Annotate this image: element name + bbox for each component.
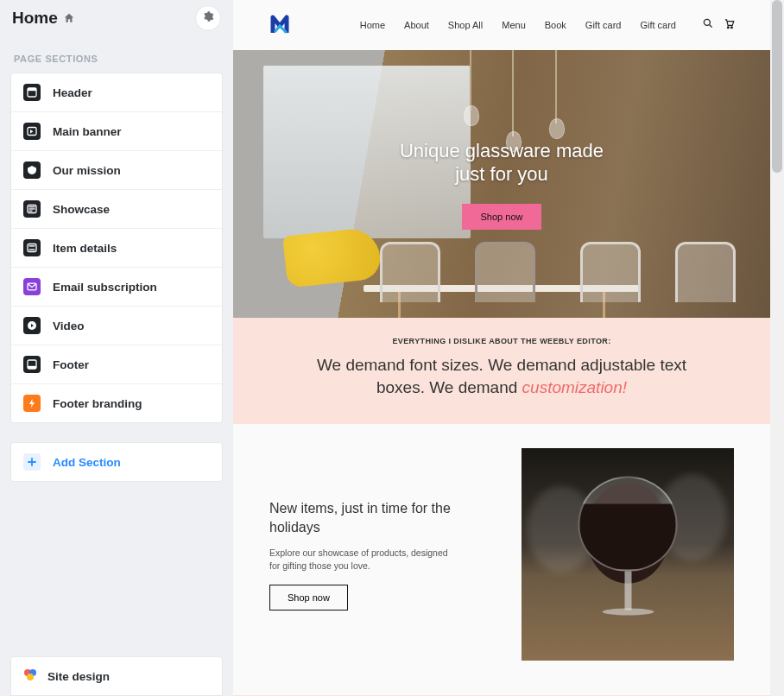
svg-point-16 xyxy=(27,674,34,680)
decor-shape xyxy=(675,242,736,302)
page-sections-heading: PAGE SECTIONS xyxy=(10,38,223,73)
showcase-section: New items, just in time for the holidays… xyxy=(233,424,770,695)
scrollbar-thumb[interactable] xyxy=(772,0,782,173)
svg-rect-6 xyxy=(29,211,33,212)
section-label: Showcase xyxy=(53,203,110,216)
section-label: Main banner xyxy=(53,125,122,138)
svg-point-19 xyxy=(730,27,732,28)
svg-rect-5 xyxy=(29,208,35,209)
search-icon[interactable] xyxy=(702,17,714,33)
showcase-title: New items, just in time for the holidays xyxy=(269,499,451,536)
hero-shop-now-button[interactable]: Shop now xyxy=(462,204,542,230)
section-label: Footer xyxy=(53,358,89,371)
section-item-footer[interactable]: Footer xyxy=(11,345,222,384)
add-section-button[interactable]: Add Section xyxy=(10,442,223,482)
section-item-our-mission[interactable]: Our mission xyxy=(11,151,222,190)
hero-title-line2: just for you xyxy=(455,163,548,185)
pendant-light-icon xyxy=(512,50,514,136)
section-label: Footer branding xyxy=(53,397,142,410)
section-label: Email subscription xyxy=(53,281,157,294)
gear-icon xyxy=(202,10,214,26)
showcase-text: New items, just in time for the holidays… xyxy=(269,499,490,611)
item-details-section-icon xyxy=(23,239,41,256)
nav-link-menu[interactable]: Menu xyxy=(502,20,526,30)
mission-section-icon xyxy=(23,161,41,179)
showcase-section-icon xyxy=(23,200,41,218)
svg-rect-4 xyxy=(29,206,35,207)
section-label: Video xyxy=(53,320,85,332)
wine-glass-icon xyxy=(579,477,678,616)
video-section-icon xyxy=(23,317,41,334)
hero-banner: Unique glassware made just for you Shop … xyxy=(233,50,770,318)
section-label: Header xyxy=(53,86,92,99)
nav-link-home[interactable]: Home xyxy=(360,20,385,30)
svg-rect-7 xyxy=(28,244,36,252)
showcase-image xyxy=(522,448,734,661)
sidebar-title-wrap: Home xyxy=(12,9,75,28)
editor-sidebar: Home PAGE SECTIONS Header Main banner xyxy=(0,0,233,696)
section-item-showcase[interactable]: Showcase xyxy=(11,190,222,229)
site-nav: Home About Shop All Menu Book Gift card … xyxy=(360,17,736,33)
pendant-light-icon xyxy=(555,50,557,123)
sidebar-header: Home xyxy=(10,5,223,38)
nav-link-book[interactable]: Book xyxy=(545,20,566,30)
site-header: Home About Shop All Menu Book Gift card … xyxy=(233,0,770,50)
hero-content: Unique glassware made just for you Shop … xyxy=(400,139,604,230)
mission-body: We demand font sizes. We demand adjustab… xyxy=(312,354,692,398)
mission-body-text: We demand font sizes. We demand adjustab… xyxy=(317,356,686,396)
nav-link-gift-card-2[interactable]: Gift card xyxy=(640,20,676,30)
footer-section-icon xyxy=(23,356,41,373)
section-item-header[interactable]: Header xyxy=(11,73,222,112)
site-canvas: Home About Shop All Menu Book Gift card … xyxy=(233,0,770,696)
mission-eyebrow: EVERYTHING I DISLIKE ABOUT THE WEEBLY ED… xyxy=(259,337,744,345)
svg-rect-9 xyxy=(29,249,35,250)
add-section-label: Add Section xyxy=(53,456,121,469)
sections-list: Header Main banner Our mission Showcase … xyxy=(10,73,223,423)
header-section-icon xyxy=(23,84,41,101)
hero-title-line1: Unique glassware made xyxy=(400,140,604,161)
main-banner-section-icon xyxy=(23,123,41,140)
nav-icons xyxy=(702,17,736,33)
showcase-shop-now-button[interactable]: Shop now xyxy=(269,585,348,611)
email-section-icon xyxy=(23,278,41,295)
section-item-main-banner[interactable]: Main banner xyxy=(11,112,222,151)
page-title: Home xyxy=(12,9,58,28)
nav-link-about[interactable]: About xyxy=(404,20,429,30)
footer-branding-section-icon xyxy=(23,395,41,412)
svg-rect-1 xyxy=(28,88,36,91)
section-item-footer-branding[interactable]: Footer branding xyxy=(11,384,222,422)
decor-shape xyxy=(580,242,641,302)
mission-body-emphasis: customization! xyxy=(522,378,627,396)
site-preview: Home About Shop All Menu Book Gift card … xyxy=(233,0,784,696)
plus-icon xyxy=(23,453,41,471)
hero-title: Unique glassware made just for you xyxy=(400,139,604,187)
svg-rect-13 xyxy=(28,366,36,369)
site-design-button[interactable]: Site design xyxy=(10,656,223,696)
decor-shape xyxy=(475,242,535,302)
decor-shape xyxy=(380,242,440,302)
section-item-item-details[interactable]: Item details xyxy=(11,229,222,268)
palette-icon xyxy=(23,668,37,685)
svg-rect-8 xyxy=(29,245,35,246)
nav-link-gift-card[interactable]: Gift card xyxy=(585,20,622,30)
pendant-light-icon xyxy=(470,50,471,111)
site-logo[interactable] xyxy=(268,10,297,40)
home-icon xyxy=(63,12,75,24)
svg-point-17 xyxy=(704,19,710,25)
section-label: Our mission xyxy=(53,164,121,177)
preview-scrollbar[interactable] xyxy=(770,0,784,696)
site-design-label: Site design xyxy=(47,670,110,683)
settings-gear-button[interactable] xyxy=(195,5,221,31)
showcase-description: Explore our showcase of products, design… xyxy=(269,547,459,572)
svg-point-18 xyxy=(727,27,729,28)
mission-section: EVERYTHING I DISLIKE ABOUT THE WEEBLY ED… xyxy=(233,318,770,424)
cart-icon[interactable] xyxy=(723,17,736,33)
navettere-link-shop-all[interactable]: Shop All xyxy=(448,20,483,30)
section-item-video[interactable]: Video xyxy=(11,307,222,345)
section-label: Item details xyxy=(53,242,117,255)
section-item-email-subscription[interactable]: Email subscription xyxy=(11,268,222,307)
